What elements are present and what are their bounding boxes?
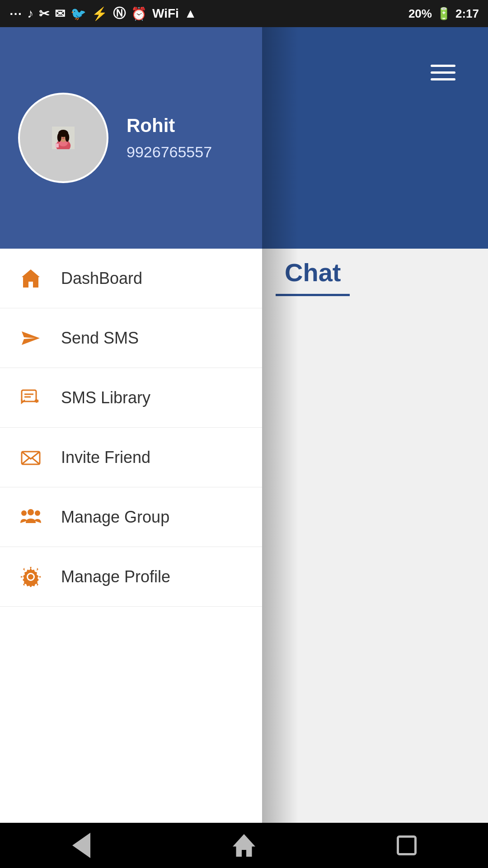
time-display: 2:17 bbox=[455, 7, 479, 21]
sms-library-icon bbox=[18, 385, 43, 410]
svg-point-30 bbox=[28, 574, 33, 580]
svg-line-25 bbox=[32, 458, 40, 464]
svg-point-8 bbox=[65, 133, 69, 142]
svg-point-9 bbox=[61, 136, 62, 137]
sidebar-drawer: Rohit 9926765557 DashBoard bbox=[0, 27, 262, 823]
status-bar: ⋯ ♪ ✂ ✉ 🐦 ⚡ Ⓝ ⏰ WiFi ▲ 20% 🔋 2:17 bbox=[0, 0, 488, 27]
music-icon: ♪ bbox=[27, 6, 33, 21]
hamburger-menu-button[interactable] bbox=[425, 57, 461, 88]
sidebar-header: Rohit 9926765557 bbox=[0, 27, 262, 249]
group-icon bbox=[18, 505, 43, 529]
svg-point-14 bbox=[62, 138, 65, 139]
recents-button[interactable] bbox=[389, 827, 425, 863]
hamburger-line-3 bbox=[431, 78, 455, 80]
invite-friend-label: Invite Friend bbox=[61, 448, 150, 467]
svg-point-13 bbox=[63, 137, 64, 138]
svg-point-27 bbox=[21, 510, 27, 516]
avatar[interactable] bbox=[18, 93, 108, 183]
chat-content-area: Chat bbox=[262, 249, 488, 823]
back-icon bbox=[72, 833, 90, 858]
sidebar-item-manage-group[interactable]: Manage Group bbox=[0, 487, 262, 547]
recents-icon bbox=[397, 835, 417, 855]
manage-group-label: Manage Group bbox=[61, 508, 169, 527]
home-button[interactable] bbox=[226, 827, 262, 863]
scissors-icon: ✂ bbox=[39, 6, 49, 21]
sidebar-item-manage-profile[interactable]: Manage Profile bbox=[0, 547, 262, 607]
hamburger-line-1 bbox=[431, 65, 455, 67]
hamburger-line-2 bbox=[431, 71, 455, 74]
right-panel-header bbox=[262, 27, 488, 249]
sidebar-item-sms-library[interactable]: SMS Library bbox=[0, 368, 262, 428]
twitter-icon: 🐦 bbox=[70, 6, 86, 21]
main-layout: Rohit 9926765557 DashBoard bbox=[0, 27, 488, 823]
svg-rect-16 bbox=[56, 143, 59, 144]
svg-rect-15 bbox=[56, 144, 59, 148]
user-name: Rohit bbox=[127, 115, 212, 137]
chat-tab-label: Chat bbox=[285, 258, 341, 287]
send-icon bbox=[18, 326, 43, 350]
sidebar-user-info: Rohit 9926765557 bbox=[127, 115, 212, 161]
invite-icon bbox=[18, 445, 43, 470]
svg-point-7 bbox=[57, 133, 61, 142]
sms-library-label: SMS Library bbox=[61, 388, 150, 407]
sidebar-menu: DashBoard Send SMS bbox=[0, 249, 262, 823]
right-panel: Chat bbox=[262, 27, 488, 823]
battery-text: 20% bbox=[408, 7, 432, 21]
sidebar-item-send-sms[interactable]: Send SMS bbox=[0, 308, 262, 368]
manage-profile-label: Manage Profile bbox=[61, 567, 170, 586]
chat-tab[interactable]: Chat bbox=[276, 249, 350, 296]
nfc-icon: Ⓝ bbox=[113, 5, 126, 22]
svg-rect-17 bbox=[22, 390, 36, 401]
svg-rect-11 bbox=[61, 135, 63, 136]
home-nav-icon bbox=[233, 834, 255, 857]
send-sms-label: Send SMS bbox=[61, 329, 139, 348]
alarm-icon: ⏰ bbox=[131, 6, 147, 21]
chat-tab-container: Chat bbox=[262, 249, 488, 296]
user-phone: 9926765557 bbox=[127, 143, 212, 161]
svg-point-10 bbox=[64, 136, 66, 137]
status-icons-right: 20% 🔋 2:17 bbox=[408, 7, 479, 21]
bottom-navigation bbox=[0, 823, 488, 868]
svg-point-28 bbox=[35, 510, 40, 516]
notification-icon: ⋯ bbox=[9, 6, 22, 21]
svg-line-24 bbox=[22, 458, 29, 464]
svg-point-26 bbox=[28, 509, 34, 515]
mail-icon: ✉ bbox=[55, 6, 65, 21]
bluetooth-icon: ⚡ bbox=[92, 6, 108, 21]
sidebar-item-dashboard[interactable]: DashBoard bbox=[0, 249, 262, 308]
settings-icon bbox=[18, 564, 43, 589]
back-button[interactable] bbox=[63, 827, 99, 863]
status-icons-left: ⋯ ♪ ✂ ✉ 🐦 ⚡ Ⓝ ⏰ WiFi ▲ bbox=[9, 5, 197, 22]
home-icon bbox=[18, 266, 43, 291]
right-content: Chat bbox=[262, 27, 488, 823]
sidebar-item-invite-friend[interactable]: Invite Friend bbox=[0, 428, 262, 487]
svg-rect-12 bbox=[64, 135, 66, 136]
avatar-image bbox=[52, 127, 75, 149]
battery-icon: 🔋 bbox=[436, 7, 451, 21]
wifi-icon: WiFi bbox=[152, 6, 179, 21]
signal-icon: ▲ bbox=[184, 6, 197, 21]
dashboard-label: DashBoard bbox=[61, 269, 142, 288]
